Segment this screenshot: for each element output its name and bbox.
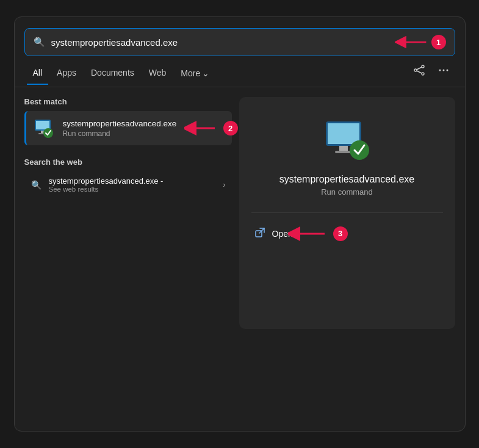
tabs-actions bbox=[410, 62, 453, 87]
detail-app-icon bbox=[323, 115, 372, 164]
svg-rect-18 bbox=[328, 123, 359, 144]
svg-point-4 bbox=[422, 73, 424, 75]
best-match-label: Best match bbox=[24, 97, 232, 106]
annotation-1: 1 bbox=[395, 35, 446, 49]
arrow-1-icon bbox=[395, 35, 431, 49]
detail-actions: Open 3 bbox=[251, 223, 443, 244]
svg-point-3 bbox=[422, 65, 424, 68]
tab-all[interactable]: All bbox=[27, 64, 49, 85]
more-options-button[interactable] bbox=[434, 62, 453, 81]
svg-point-21 bbox=[350, 140, 369, 160]
svg-rect-11 bbox=[36, 121, 49, 129]
tab-more[interactable]: More ⌄ bbox=[175, 65, 215, 84]
annotation-3: 3 bbox=[288, 226, 348, 241]
svg-point-9 bbox=[446, 70, 448, 71]
badge-3: 3 bbox=[333, 226, 348, 241]
web-search-label: Search the web bbox=[24, 157, 232, 167]
badge-1: 1 bbox=[431, 35, 446, 49]
arrow-2-icon bbox=[184, 121, 221, 135]
web-search-icon: 🔍 bbox=[31, 180, 43, 190]
detail-subtitle: Run command bbox=[321, 187, 373, 197]
svg-line-6 bbox=[417, 71, 422, 73]
svg-line-5 bbox=[417, 67, 422, 70]
share-icon bbox=[414, 65, 425, 76]
tab-apps[interactable]: Apps bbox=[51, 64, 82, 85]
left-panel: Best match systempropertiesadvanced. bbox=[24, 97, 232, 198]
external-link-icon bbox=[255, 228, 265, 237]
detail-title: systempropertiesadvanced.exe bbox=[279, 174, 414, 185]
app-icon bbox=[34, 117, 56, 139]
svg-rect-20 bbox=[335, 151, 352, 153]
open-icon bbox=[254, 228, 266, 239]
tab-web[interactable]: Web bbox=[143, 64, 173, 85]
svg-rect-19 bbox=[339, 146, 348, 151]
search-panel: 🔍 systempropertiesadvanced.exe 1 All App… bbox=[14, 16, 466, 432]
web-item-text: systempropertiesadvanced.exe - See web r… bbox=[49, 176, 217, 193]
search-query-text: systempropertiesadvanced.exe bbox=[51, 37, 389, 48]
ellipsis-icon bbox=[438, 65, 449, 76]
web-search-item[interactable]: 🔍 systempropertiesadvanced.exe - See web… bbox=[24, 172, 232, 198]
arrow-3-icon bbox=[288, 226, 331, 241]
badge-2: 2 bbox=[223, 121, 238, 135]
web-search-section: Search the web 🔍 systempropertiesadvance… bbox=[24, 157, 232, 198]
svg-point-2 bbox=[414, 69, 417, 71]
svg-point-7 bbox=[439, 70, 441, 71]
tabs-row: All Apps Documents Web More ⌄ bbox=[15, 56, 465, 87]
chevron-right-icon: › bbox=[223, 180, 225, 189]
detail-divider bbox=[251, 212, 443, 213]
tab-more-label: More bbox=[181, 68, 200, 78]
svg-point-8 bbox=[442, 70, 444, 71]
tab-documents[interactable]: Documents bbox=[85, 64, 140, 85]
share-button[interactable] bbox=[410, 62, 428, 81]
main-content: Best match systempropertiesadvanced. bbox=[15, 87, 465, 339]
search-bar[interactable]: 🔍 systempropertiesadvanced.exe 1 bbox=[24, 28, 455, 56]
web-item-subtitle: See web results bbox=[49, 186, 217, 193]
search-icon: 🔍 bbox=[34, 37, 45, 48]
detail-panel: systempropertiesadvanced.exe Run command bbox=[239, 97, 455, 329]
web-item-title: systempropertiesadvanced.exe - bbox=[49, 176, 217, 186]
annotation-2: 2 bbox=[184, 121, 238, 135]
chevron-down-icon: ⌄ bbox=[202, 68, 209, 78]
